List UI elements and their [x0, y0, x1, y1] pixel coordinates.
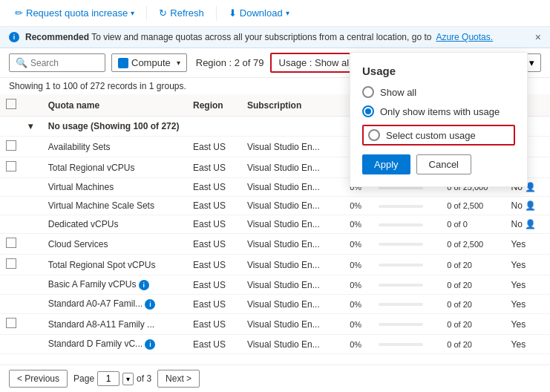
row-expand-cell: [22, 137, 42, 157]
row-expand-cell: [22, 314, 42, 335]
radio-only-usage[interactable]: [362, 105, 374, 117]
row-usage: 0 of 2,500: [441, 234, 505, 255]
col-checkbox: [0, 94, 22, 117]
banner-text: Recommended To view and manage quotas ac…: [25, 32, 493, 42]
dropdown-actions: Apply Cancel: [362, 154, 515, 174]
request-quota-label: Request quota increase: [26, 7, 128, 19]
row-region: East US: [187, 234, 241, 255]
toolbar: ✏ Request quota increase ▾ ↻ Refresh ⬇ D…: [0, 0, 550, 27]
row-quota-name: Total Regional Spot vCPUs: [42, 255, 187, 275]
compute-dropdown[interactable]: Compute ▾: [111, 53, 187, 72]
page-info: Page ▾ of 3: [73, 371, 151, 386]
row-expand-cell: [22, 157, 42, 178]
row-region: East US: [187, 335, 241, 354]
usage-option-only-usage[interactable]: Only show items with usage: [362, 105, 515, 117]
col-expand: [22, 94, 42, 117]
request-quota-button[interactable]: ✏ Request quota increase ▾: [9, 4, 140, 22]
banner-close-button[interactable]: ×: [535, 31, 541, 43]
row-pct: 0%: [344, 197, 373, 215]
page-input[interactable]: [97, 371, 120, 386]
group-expand-cell[interactable]: ▾: [22, 117, 42, 137]
edit-icon: ✏: [15, 7, 23, 19]
radio-show-all[interactable]: [362, 86, 374, 98]
row-checkbox-cell: [0, 255, 22, 275]
row-subscription: Visual Studio En...: [241, 335, 344, 354]
row-checkbox[interactable]: [6, 161, 16, 172]
row-quota-name: Basic A Family vCPUs i: [42, 275, 187, 295]
user-icon[interactable]: 👤: [525, 200, 536, 211]
page-dropdown-button[interactable]: ▾: [122, 373, 134, 385]
user-icon[interactable]: 👤: [525, 219, 536, 229]
refresh-button[interactable]: ↻ Refresh: [153, 4, 210, 22]
row-quota-name: Standard A8-A11 Family ...: [42, 314, 187, 335]
chevron-down-icon3: ▾: [177, 59, 180, 67]
chevron-down-icon: ▾: [131, 9, 134, 17]
row-no: Yes: [505, 255, 550, 275]
progress-bar-container: [379, 205, 423, 208]
row-checkbox[interactable]: [6, 140, 16, 151]
row-quota-name: Standard D Family vC... i: [42, 335, 187, 354]
radio-custom[interactable]: [368, 129, 380, 141]
search-input[interactable]: [30, 58, 99, 68]
row-no: Yes: [505, 275, 550, 295]
row-checkbox-cell: [0, 234, 22, 255]
row-usage: 0 of 20: [441, 255, 505, 275]
previous-button[interactable]: < Previous: [9, 370, 68, 388]
row-checkbox-cell: [0, 197, 22, 215]
row-progress: [373, 295, 441, 314]
table-row: Standard A0-A7 Famil... i East US Visual…: [0, 295, 550, 314]
row-progress: [373, 234, 441, 255]
info-circle-icon: i: [139, 280, 149, 290]
search-box[interactable]: 🔍: [9, 53, 105, 72]
download-icon: ⬇: [229, 7, 237, 19]
progress-bar-container: [379, 264, 423, 267]
records-info-text: Showing 1 to 100 of 272 records in 1 gro…: [9, 81, 186, 91]
row-pct: 0%: [344, 234, 373, 255]
row-checkbox-cell: [0, 178, 22, 197]
row-subscription: Visual Studio En...: [241, 295, 344, 314]
row-checkbox[interactable]: [6, 258, 16, 269]
row-usage: 0 of 2,500: [441, 197, 505, 215]
download-label: Download: [240, 7, 283, 19]
usage-button[interactable]: Usage : Show all: [270, 53, 361, 73]
row-region: East US: [187, 295, 241, 314]
of-label: of 3: [137, 373, 151, 384]
row-usage: 0 of 0: [441, 215, 505, 234]
cancel-button[interactable]: Cancel: [416, 154, 471, 174]
row-pct: 0%: [344, 255, 373, 275]
row-expand-cell: [22, 255, 42, 275]
usage-option-custom[interactable]: Select custom usage: [362, 125, 515, 146]
row-quota-name: Virtual Machines: [42, 178, 187, 197]
usage-label: Usage : Show all: [279, 57, 352, 68]
next-button[interactable]: Next >: [157, 370, 200, 388]
row-checkbox[interactable]: [6, 318, 16, 328]
row-no: Yes: [505, 335, 550, 354]
row-pct: 0%: [344, 275, 373, 295]
header-checkbox[interactable]: [6, 99, 16, 109]
col-region[interactable]: Region: [187, 94, 241, 117]
row-no: Yes: [505, 234, 550, 255]
row-checkbox-cell: [0, 295, 22, 314]
page-label: Page: [73, 373, 94, 384]
info-circle-icon: i: [145, 339, 155, 350]
row-subscription: Visual Studio En...: [241, 255, 344, 275]
row-region: East US: [187, 314, 241, 335]
row-pct: 0%: [344, 314, 373, 335]
row-subscription: Visual Studio En...: [241, 197, 344, 215]
row-expand-cell: [22, 178, 42, 197]
banner-info-text: To view and manage quotas across all you…: [91, 32, 431, 42]
progress-bar-container: [379, 343, 423, 346]
row-progress: [373, 314, 441, 335]
col-subscription[interactable]: Subscription: [241, 94, 344, 117]
row-expand-cell: [22, 335, 42, 354]
usage-option-show-all[interactable]: Show all: [362, 86, 515, 98]
apply-button[interactable]: Apply: [362, 154, 410, 174]
row-progress: [373, 255, 441, 275]
radio-inner-dot: [365, 108, 371, 114]
azure-quotas-link[interactable]: Azure Quotas.: [436, 32, 493, 42]
info-icon: i: [9, 32, 19, 42]
download-button[interactable]: ⬇ Download ▾: [223, 4, 295, 22]
row-quota-name: Standard A0-A7 Famil... i: [42, 295, 187, 314]
col-quota-name[interactable]: Quota name: [42, 94, 187, 117]
row-checkbox[interactable]: [6, 238, 16, 248]
